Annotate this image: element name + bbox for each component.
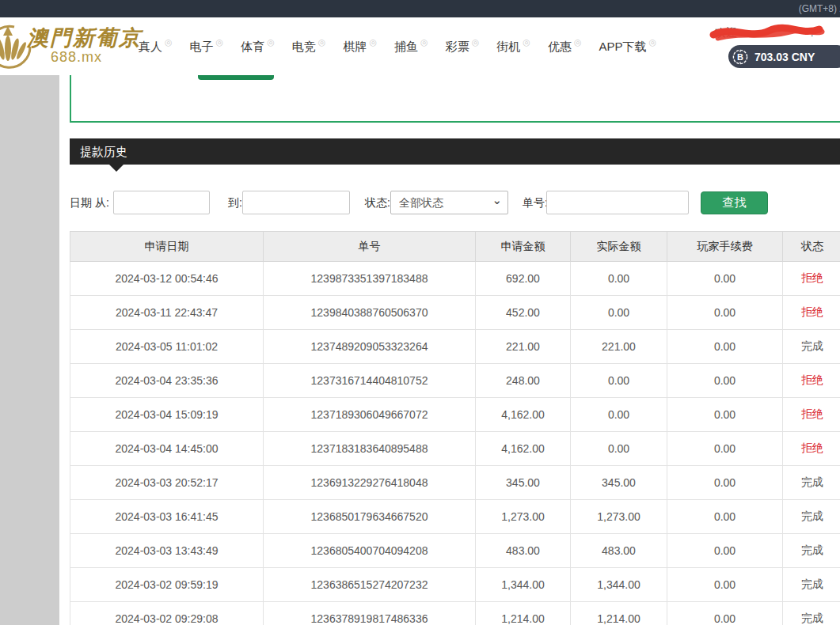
balance-button[interactable]: B 703.03 CNY: [728, 45, 840, 68]
cell-actual: 1,273.00: [571, 500, 667, 534]
nav-item-label: 电子: [190, 39, 214, 55]
search-button[interactable]: 查找: [701, 191, 768, 214]
cell-fee: 0.00: [667, 534, 783, 568]
cell-fee: 0.00: [667, 398, 783, 432]
order-number-input[interactable]: [546, 191, 689, 214]
table-row: 2024-03-05 11:01:02123748920905332326422…: [70, 330, 840, 364]
circle-badge-icon: ◎: [165, 38, 173, 47]
left-gutter: [0, 75, 59, 625]
cell-actual: 1,214.00: [571, 602, 667, 625]
cell-actual: 1,344.00: [571, 568, 667, 602]
cell-fee: 0.00: [667, 568, 783, 602]
nav-item-3[interactable]: 电竞◎: [292, 39, 326, 55]
cell-requested: 4,162.00: [476, 398, 571, 432]
cell-status: 拒绝: [783, 364, 840, 398]
table-row: 2024-03-03 20:52:17123691322927641804834…: [70, 466, 840, 500]
nav-item-label: 街机: [496, 39, 520, 55]
column-header: 申请日期: [70, 232, 264, 262]
cell-status: 完成: [783, 568, 840, 602]
column-header: 状态: [783, 232, 840, 262]
cell-fee: 0.00: [667, 262, 783, 296]
nav-item-label: APP下载: [599, 39, 646, 55]
cell-actual: 483.00: [571, 534, 667, 568]
cell-actual: 0.00: [571, 262, 667, 296]
cell-status: 完成: [783, 534, 840, 568]
cell-date: 2024-03-04 23:35:36: [70, 364, 264, 398]
top-info-bar: (GMT+8) 2: [0, 0, 840, 17]
cell-requested: 452.00: [476, 296, 571, 330]
circle-badge-icon: ◎: [267, 38, 275, 47]
cell-fee: 0.00: [667, 500, 783, 534]
cell-requested: 221.00: [476, 330, 571, 364]
cell-order: 1236805400704094208: [264, 534, 476, 568]
cell-actual: 0.00: [571, 364, 667, 398]
site-header: 澳門新葡京 688.mx 真人◎电子◎体育◎电竞◎棋牌◎捕鱼◎彩票◎街机◎优惠◎…: [0, 17, 840, 75]
circle-badge-icon: ◎: [369, 38, 377, 47]
column-header: 玩家手续费: [667, 232, 783, 262]
nav-item-label: 真人: [139, 39, 162, 55]
cell-fee: 0.00: [667, 364, 783, 398]
date-from-input[interactable]: [113, 191, 210, 214]
nav-item-1[interactable]: 电子◎: [190, 39, 224, 55]
cell-fee: 0.00: [667, 466, 783, 500]
cell-fee: 0.00: [667, 296, 783, 330]
column-header: 单号: [264, 232, 476, 262]
nav-item-2[interactable]: 体育◎: [241, 39, 275, 55]
cell-requested: 4,162.00: [476, 432, 571, 466]
nav-item-4[interactable]: 棋牌◎: [343, 39, 377, 55]
cell-order: 1236378919817486336: [264, 602, 476, 625]
cell-fee: 0.00: [667, 602, 783, 625]
cell-actual: 221.00: [571, 330, 667, 364]
welcome-text: 欢迎: [715, 26, 737, 40]
nav-item-7[interactable]: 街机◎: [496, 39, 530, 55]
cell-requested: 1,273.00: [476, 500, 571, 534]
page: (GMT+8) 2 澳門新葡京 688.mx 真人◎电子◎体育◎电竞◎棋牌◎捕鱼…: [0, 0, 840, 625]
nav-item-6[interactable]: 彩票◎: [446, 39, 480, 55]
table-row: 2024-03-11 22:43:47123984038876050637045…: [70, 296, 840, 330]
date-to-input[interactable]: [242, 191, 350, 214]
cell-date: 2024-03-12 00:54:46: [70, 262, 264, 296]
nav-item-9[interactable]: APP下载◎: [599, 39, 656, 55]
welcome-suffix: ?: [809, 26, 815, 39]
nav-item-label: 捕鱼: [394, 39, 418, 55]
circle-badge-icon: ◎: [318, 38, 326, 47]
cell-status: 完成: [783, 466, 840, 500]
circle-badge-icon: ◎: [472, 38, 480, 47]
cell-requested: 692.00: [476, 262, 571, 296]
table-row: 2024-03-03 13:43:49123680540070409420848…: [70, 534, 840, 568]
withdraw-history-table: 申请日期单号申请金额实际金额玩家手续费状态 2024-03-12 00:54:4…: [70, 231, 840, 625]
circle-badge-icon: ◎: [649, 38, 657, 47]
cell-order: 1239840388760506370: [264, 296, 476, 330]
balance-amount: 703.03 CNY: [754, 51, 815, 63]
brand-name: 澳門新葡京: [27, 24, 142, 52]
table-row: 2024-03-12 00:54:46123987335139718348869…: [70, 262, 840, 296]
cell-order: 1236850179634667520: [264, 500, 476, 534]
date-from-label: 日期 从:: [70, 191, 109, 214]
order-number-label: 单号:: [523, 191, 548, 214]
cell-requested: 345.00: [476, 466, 571, 500]
cell-order: 1237189306049667072: [264, 398, 476, 432]
section-header: 提款历史: [70, 138, 840, 165]
cell-actual: 0.00: [571, 432, 667, 466]
nav-item-label: 电竞: [292, 39, 316, 55]
column-header: 实际金额: [571, 232, 667, 262]
cell-order: 1236386515274207232: [264, 568, 476, 602]
nav-item-label: 体育: [241, 39, 264, 55]
cell-date: 2024-03-05 11:01:02: [70, 330, 264, 364]
section-title: 提款历史: [70, 138, 840, 165]
cell-actual: 0.00: [571, 296, 667, 330]
nav-item-5[interactable]: 捕鱼◎: [394, 39, 428, 55]
filter-bar: 日期 从: 到: 状态: 全部状态 ⌄ 单号: 查找: [70, 191, 840, 216]
nav-item-0[interactable]: 真人◎: [139, 39, 173, 55]
cell-actual: 0.00: [571, 398, 667, 432]
table-row: 2024-03-04 14:45:0012371831836408954884,…: [70, 432, 840, 466]
cell-fee: 0.00: [667, 432, 783, 466]
nav-item-8[interactable]: 优惠◎: [548, 39, 582, 55]
cell-date: 2024-03-04 15:09:19: [70, 398, 264, 432]
column-header: 申请金额: [476, 232, 571, 262]
status-select[interactable]: 全部状态: [390, 191, 508, 214]
cell-status: 拒绝: [783, 262, 840, 296]
cell-date: 2024-03-11 22:43:47: [70, 296, 264, 330]
table-row: 2024-03-02 09:59:1912363865152742072321,…: [70, 568, 840, 602]
cell-requested: 248.00: [476, 364, 571, 398]
